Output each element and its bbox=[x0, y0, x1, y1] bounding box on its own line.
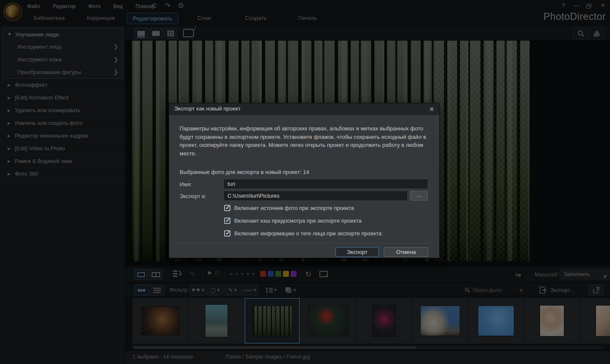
checkbox-include-preview-cache[interactable]: Включает кэш предосмотра при экспорте пр… bbox=[224, 218, 361, 224]
cancel-button[interactable]: Отмена bbox=[384, 247, 428, 257]
checkbox-checked-icon[interactable] bbox=[224, 205, 230, 211]
checkbox-label: Включает кэш предосмотра при экспорте пр… bbox=[234, 218, 361, 224]
dialog-description: Параметры настройки, информация об автор… bbox=[180, 124, 432, 157]
export-confirm-button[interactable]: Экспорт bbox=[336, 247, 379, 257]
checkbox-label: Включает информацию о теге лица при эксп… bbox=[234, 230, 382, 237]
export-path-input[interactable] bbox=[224, 191, 407, 200]
export-project-dialog: Экспорт как новый проект ✕ Параметры нас… bbox=[169, 103, 440, 258]
dialog-title[interactable]: Экспорт как новый проект bbox=[169, 103, 439, 115]
name-label: Имя: bbox=[180, 181, 192, 188]
checkbox-include-face-tag[interactable]: Включает информацию о теге лица при эксп… bbox=[224, 230, 382, 237]
project-name-input[interactable] bbox=[224, 179, 427, 188]
photodirector-window: Файл Редактор Фото Вид Помощь ↶ ↷ ⚙ ? — … bbox=[0, 0, 610, 364]
dialog-separator bbox=[175, 243, 434, 243]
checkbox-checked-icon[interactable] bbox=[224, 230, 230, 237]
browse-button[interactable]: ... bbox=[410, 191, 428, 201]
export-to-label: Экспорт в: bbox=[180, 193, 206, 199]
checkbox-label: Включает источник фото при экспорте прое… bbox=[234, 205, 354, 211]
dialog-close-icon[interactable]: ✕ bbox=[427, 105, 436, 113]
checkbox-include-source[interactable]: Включает источник фото при экспорте прое… bbox=[224, 205, 354, 211]
checkbox-checked-icon[interactable] bbox=[224, 218, 230, 224]
selected-count-label: Выбранные фото для экспорта в новый прое… bbox=[180, 169, 309, 175]
